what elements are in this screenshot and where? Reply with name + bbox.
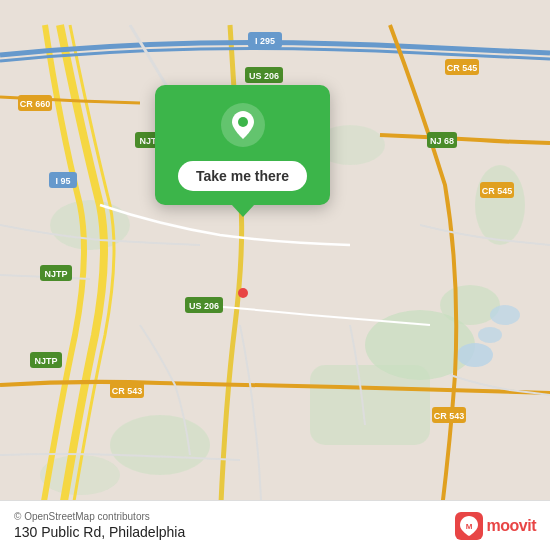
svg-point-3 (50, 200, 130, 250)
bottom-bar: © OpenStreetMap contributors 130 Public … (0, 500, 550, 550)
location-pin-icon (221, 103, 265, 147)
svg-text:NJTP: NJTP (44, 269, 67, 279)
moovit-brand-icon: M (455, 512, 483, 540)
bottom-bar-info: © OpenStreetMap contributors 130 Public … (14, 511, 185, 540)
svg-point-2 (440, 285, 500, 325)
svg-text:NJ 68: NJ 68 (430, 136, 454, 146)
svg-point-9 (457, 343, 493, 367)
svg-point-10 (478, 327, 502, 343)
take-me-there-button[interactable]: Take me there (178, 161, 307, 191)
svg-point-40 (238, 117, 248, 127)
osm-credit: © OpenStreetMap contributors (14, 511, 185, 522)
popup-card: Take me there (155, 85, 330, 205)
map-svg: I 295 US 206 CR 545 CR 660 NJTP NJ 68 I … (0, 0, 550, 550)
svg-text:US 206: US 206 (249, 71, 279, 81)
svg-text:CR 543: CR 543 (434, 411, 465, 421)
svg-text:CR 543: CR 543 (112, 386, 143, 396)
svg-rect-4 (310, 365, 430, 445)
svg-text:CR 660: CR 660 (20, 99, 51, 109)
svg-point-38 (238, 288, 248, 298)
address-label: 130 Public Rd, Philadelphia (14, 524, 185, 540)
svg-text:I 95: I 95 (55, 176, 70, 186)
svg-text:M: M (465, 522, 472, 531)
svg-text:CR 545: CR 545 (447, 63, 478, 73)
svg-text:US 206: US 206 (189, 301, 219, 311)
map-container: I 295 US 206 CR 545 CR 660 NJTP NJ 68 I … (0, 0, 550, 550)
svg-point-7 (475, 165, 525, 245)
svg-text:I 295: I 295 (255, 36, 275, 46)
svg-point-11 (490, 305, 520, 325)
moovit-label: moovit (487, 517, 536, 535)
svg-text:CR 545: CR 545 (482, 186, 513, 196)
moovit-logo: M moovit (455, 512, 536, 540)
svg-point-5 (110, 415, 210, 475)
svg-text:NJTP: NJTP (34, 356, 57, 366)
